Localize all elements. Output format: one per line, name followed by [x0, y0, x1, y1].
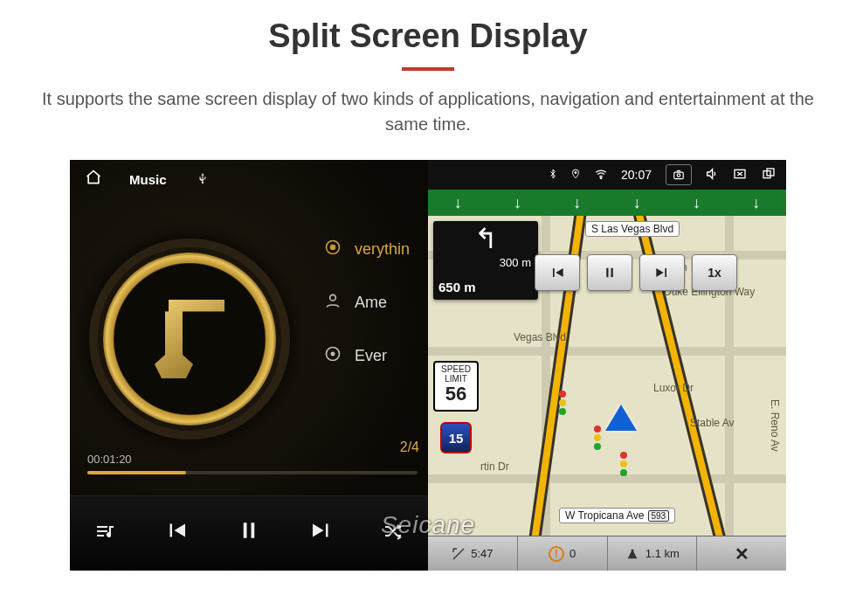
svg-point-2	[330, 294, 336, 301]
eta-alert[interactable]: ! 0	[518, 536, 608, 571]
alert-icon: !	[549, 546, 564, 562]
track-label: Ame	[355, 294, 387, 312]
music-note-icon	[155, 300, 224, 378]
title-underline	[402, 67, 454, 71]
pause-button[interactable]	[236, 517, 262, 550]
music-topbar: Music	[70, 160, 428, 199]
multitask-button[interactable]	[760, 167, 777, 183]
road-name-label: S Las Vegas Blvd	[585, 221, 680, 237]
close-icon: ✕	[735, 543, 749, 564]
now-playing-icon	[323, 239, 342, 260]
prev-track-button[interactable]	[163, 517, 190, 550]
progress-bar[interactable]: 00:01:20	[87, 453, 418, 474]
map-speed-button[interactable]: 1x	[692, 254, 737, 291]
svg-point-1	[331, 246, 335, 250]
music-controls	[70, 495, 428, 571]
lane-arrow-icon: ↓	[693, 194, 701, 212]
page-description: It supports the same screen display of t…	[0, 87, 856, 160]
location-icon	[570, 167, 581, 183]
playlist-button[interactable]	[93, 521, 117, 547]
track-label: Ever	[355, 347, 387, 365]
street-label: E. Reno Av	[769, 399, 781, 452]
close-ad-button[interactable]	[732, 167, 748, 183]
home-icon[interactable]	[84, 169, 103, 190]
svg-point-4	[331, 352, 334, 355]
wifi-icon	[593, 168, 609, 183]
screenshot-button[interactable]	[666, 164, 692, 185]
usb-icon[interactable]	[197, 170, 209, 189]
map-playback-controls: 1x	[512, 254, 760, 291]
svg-point-8	[677, 174, 680, 177]
eta-time[interactable]: 5:47	[428, 536, 518, 571]
road-exit-badge: 593	[648, 510, 670, 522]
nav-bottom-bar: 5:47 ! 0 1.1 km ✕	[428, 536, 786, 571]
street-label: Luxor Dr	[653, 382, 694, 394]
lane-arrow-icon: ↓	[752, 194, 760, 212]
bluetooth-icon	[548, 167, 558, 183]
street-label: Stable Av	[690, 417, 734, 429]
album-disc	[89, 239, 290, 440]
track-list: verythin Ame Ever	[323, 239, 423, 398]
track-label: verythin	[355, 240, 410, 259]
album-icon	[323, 345, 342, 367]
artist-icon	[323, 292, 342, 314]
page-title: Split Screen Display	[0, 0, 856, 55]
disc-ring	[89, 239, 290, 440]
road-name-label: W Tropicana Ave593	[559, 508, 675, 523]
elapsed-time: 00:01:20	[87, 453, 132, 466]
speed-limit-sign: SPEED LIMIT 56	[433, 361, 479, 412]
lane-arrow-icon: ↓	[454, 194, 462, 212]
status-time: 20:07	[621, 168, 652, 182]
turn-distance-total: 650 m	[438, 280, 476, 294]
split-screen-device: Music verythin	[70, 160, 786, 571]
track-row[interactable]: Ame	[323, 292, 423, 314]
track-row[interactable]: Ever	[323, 345, 423, 367]
music-panel: Music verythin	[70, 160, 428, 571]
remaining-distance[interactable]: 1.1 km	[608, 536, 698, 571]
map-pause-button[interactable]	[587, 254, 632, 291]
status-bar: 20:07	[428, 160, 786, 190]
volume-button[interactable]	[704, 167, 720, 183]
map-next-button[interactable]	[639, 254, 685, 291]
vehicle-marker-icon	[605, 405, 637, 431]
lane-arrow-icon: ↓	[573, 194, 581, 212]
svg-rect-7	[674, 172, 684, 179]
svg-point-5	[575, 171, 576, 173]
watermark-text: Seicane	[381, 511, 475, 539]
map-prev-button[interactable]	[535, 254, 580, 291]
turn-left-icon: ↰	[433, 225, 538, 253]
street-label: Vegas Blvd	[514, 331, 566, 343]
navigation-panel: 20:07 ↓ ↓ ↓ ↓ ↓	[428, 160, 786, 571]
svg-point-6	[600, 176, 602, 178]
music-app-label: Music	[129, 172, 167, 187]
close-nav-button[interactable]: ✕	[697, 536, 786, 571]
lane-guidance-bar: ↓ ↓ ↓ ↓ ↓ ↓	[428, 190, 786, 216]
next-track-button[interactable]	[308, 517, 335, 550]
track-row-current[interactable]: verythin	[323, 239, 423, 260]
street-label: rtin Dr	[480, 460, 509, 473]
interstate-shield-icon: 15	[440, 422, 472, 453]
lane-arrow-icon: ↓	[633, 194, 641, 212]
lane-arrow-icon: ↓	[514, 194, 521, 212]
